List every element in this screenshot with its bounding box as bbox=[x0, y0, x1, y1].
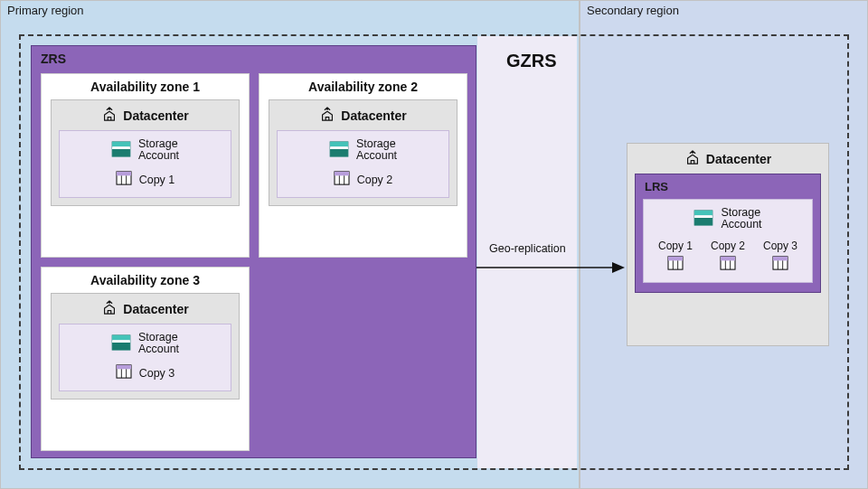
lrs-box: LRS Storage Account Copy 1 bbox=[635, 174, 821, 293]
diagram-root: Primary region Secondary region GZRS ZRS… bbox=[0, 0, 868, 489]
svg-rect-31 bbox=[668, 257, 683, 260]
svg-rect-28 bbox=[695, 215, 713, 218]
zrs-title: ZRS bbox=[41, 52, 66, 66]
lrs-title: LRS bbox=[645, 180, 813, 193]
az3-inner: Storage Account Copy 3 bbox=[59, 324, 231, 391]
availability-zone-2: Availability zone 2 Datacenter Storage A… bbox=[259, 73, 467, 258]
svg-rect-39 bbox=[773, 257, 788, 260]
svg-rect-11 bbox=[330, 149, 348, 156]
copy-icon bbox=[116, 171, 132, 188]
svg-rect-21 bbox=[117, 365, 131, 369]
az2-inner: Storage Account Copy 2 bbox=[277, 130, 449, 198]
az2-dc-label: Datacenter bbox=[341, 108, 406, 123]
az1-datacenter: Datacenter Storage Account Copy 1 bbox=[51, 99, 240, 206]
az1-storage-label: Storage Account bbox=[138, 138, 179, 162]
copy-icon bbox=[720, 256, 736, 273]
copy-icon bbox=[334, 171, 350, 188]
svg-rect-9 bbox=[330, 142, 348, 146]
secondary-region-title: Secondary region bbox=[587, 4, 679, 17]
lrs-copy-2: Copy 2 bbox=[711, 240, 745, 273]
datacenter-icon bbox=[101, 106, 118, 125]
lrs-storage-label: Storage Account bbox=[721, 207, 761, 230]
az3-title: Availability zone 3 bbox=[42, 268, 249, 293]
gzrs-label: GZRS bbox=[506, 51, 557, 71]
lrs-copy-1: Copy 1 bbox=[658, 240, 693, 273]
az2-storage-label: Storage Account bbox=[356, 138, 397, 162]
svg-rect-19 bbox=[112, 343, 130, 350]
svg-rect-27 bbox=[695, 211, 713, 215]
az1-title: Availability zone 1 bbox=[42, 74, 249, 99]
availability-zone-1: Availability zone 1 Datacenter Storage A… bbox=[41, 73, 250, 258]
datacenter-icon bbox=[684, 149, 701, 168]
secondary-dc-label: Datacenter bbox=[706, 152, 771, 166]
az3-storage-label: Storage Account bbox=[138, 332, 179, 355]
primary-region-title: Primary region bbox=[7, 4, 84, 17]
az3-datacenter: Datacenter Storage Account Copy 3 bbox=[51, 293, 240, 400]
lrs-inner: Storage Account Copy 1 Copy 2 bbox=[643, 199, 813, 283]
datacenter-icon bbox=[319, 106, 335, 125]
az2-copy-label: Copy 2 bbox=[357, 174, 393, 186]
az2-title: Availability zone 2 bbox=[259, 74, 467, 99]
svg-rect-10 bbox=[330, 146, 348, 149]
az3-copy-label: Copy 3 bbox=[139, 367, 175, 380]
svg-rect-2 bbox=[112, 146, 130, 149]
geo-replication-label: Geo-replication bbox=[489, 242, 566, 255]
zrs-box: ZRS Availability zone 1 Datacenter Stora bbox=[31, 45, 476, 458]
datacenter-icon bbox=[101, 299, 118, 318]
copy-icon bbox=[667, 256, 684, 273]
copy-icon bbox=[772, 256, 788, 273]
az2-datacenter: Datacenter Storage Account Copy 2 bbox=[269, 99, 458, 206]
svg-rect-5 bbox=[117, 172, 131, 175]
az1-inner: Storage Account Copy 1 bbox=[59, 130, 231, 198]
az3-dc-label: Datacenter bbox=[123, 302, 188, 316]
storage-account-icon bbox=[111, 141, 131, 160]
storage-account-icon bbox=[693, 210, 713, 229]
svg-rect-18 bbox=[112, 340, 130, 343]
svg-rect-13 bbox=[335, 172, 349, 175]
lrs-copies: Copy 1 Copy 2 Copy 3 bbox=[649, 240, 807, 273]
svg-rect-35 bbox=[721, 257, 735, 260]
secondary-datacenter: Datacenter LRS Storage Account Copy 1 bbox=[627, 143, 829, 346]
svg-rect-3 bbox=[112, 149, 130, 156]
storage-account-icon bbox=[329, 141, 349, 160]
svg-rect-17 bbox=[112, 335, 130, 340]
copy-icon bbox=[116, 364, 132, 381]
az1-copy-label: Copy 1 bbox=[139, 174, 175, 186]
lrs-copy-3: Copy 3 bbox=[763, 240, 797, 273]
availability-zone-3: Availability zone 3 Datacenter Storage A… bbox=[41, 267, 250, 451]
svg-rect-1 bbox=[112, 142, 130, 146]
storage-account-icon bbox=[111, 334, 131, 353]
svg-rect-29 bbox=[695, 218, 713, 225]
az1-dc-label: Datacenter bbox=[123, 108, 188, 123]
